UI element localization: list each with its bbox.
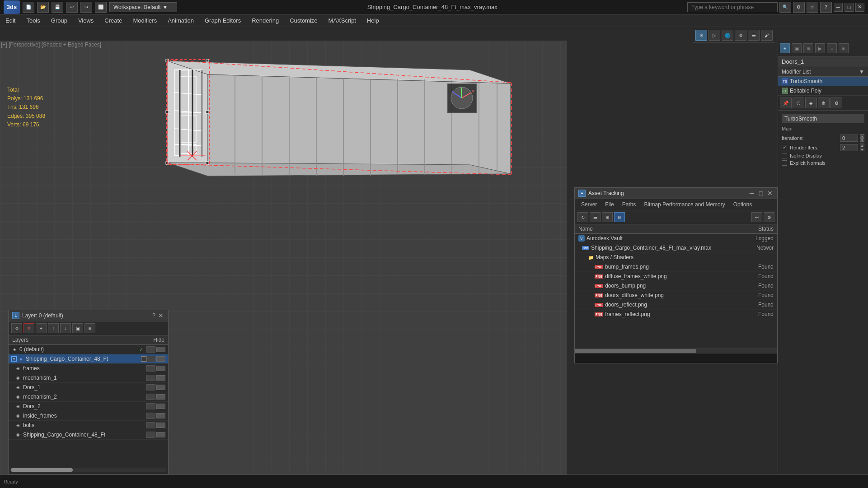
menu-create[interactable]: Create	[99, 15, 127, 26]
asset-row-bump-frames[interactable]: PNG bump_frames.png Found	[575, 262, 777, 272]
close-window-button[interactable]: ✕	[855, 3, 864, 12]
motion-panel-icon[interactable]: ▶	[815, 43, 825, 53]
isoline-checkbox[interactable]	[782, 153, 787, 158]
asset-row-diffuse-frames[interactable]: PNG diffuse_frames_white.png Found	[575, 272, 777, 281]
render-iters-checkbox[interactable]: ✓	[782, 145, 787, 150]
menu-animation[interactable]: Animation	[162, 15, 199, 26]
asset-settings-icon[interactable]: ⚙	[764, 212, 774, 222]
asset-scrollbar[interactable]	[575, 349, 777, 353]
make-unique-icon[interactable]: ◈	[805, 98, 817, 108]
menu-customize[interactable]: Customize	[284, 15, 323, 26]
layer-row-dors1[interactable]: ◉ Dors_1	[9, 383, 168, 392]
layers-move-up-icon[interactable]: ↑	[48, 323, 59, 333]
remove-modifier-icon[interactable]: 🗑	[818, 98, 830, 108]
asset-table-icon[interactable]: ⊟	[614, 212, 625, 222]
menu-graph-editors[interactable]: Graph Editors	[199, 15, 246, 26]
asset-list-icon[interactable]: ☰	[590, 212, 601, 222]
layer-hide-frames[interactable]	[146, 365, 155, 372]
asset-close-button[interactable]: ✕	[766, 190, 774, 197]
menu-maxscript[interactable]: MAXScript	[323, 15, 361, 26]
layer-hide-mechanism2[interactable]	[146, 394, 155, 400]
asset-menu-options[interactable]: Options	[730, 200, 755, 209]
explicit-normals-checkbox[interactable]	[782, 160, 787, 166]
layer-hide-dors2[interactable]	[146, 403, 155, 409]
asset-row-doors-bump[interactable]: PNG doors_bump.png Found	[575, 281, 777, 291]
layer-row-frames[interactable]: ◉ frames	[9, 364, 168, 373]
modifier-entry-editablepoly[interactable]: EP Editable Poly	[778, 86, 868, 96]
render-iters-down-button[interactable]: ▼	[860, 148, 864, 151]
asset-refresh-icon[interactable]: ↻	[577, 212, 588, 222]
layer-hide-inside-frames[interactable]	[146, 413, 155, 419]
object-name-field[interactable]: Doors_1	[778, 56, 868, 67]
render-frame-icon[interactable]: ▷	[708, 30, 720, 41]
redo-icon[interactable]: ↪	[80, 2, 92, 13]
layers-settings-icon[interactable]: ⚙	[11, 323, 22, 333]
layers-help-button[interactable]: ?	[152, 312, 155, 319]
render-more-icon[interactable]: ☰	[748, 30, 760, 41]
layers-all-icon[interactable]: ≡	[84, 323, 95, 333]
layer-hide-mechanism1[interactable]	[146, 375, 155, 381]
settings-icon[interactable]: ⚙	[793, 2, 805, 13]
asset-expand-icon[interactable]: ⊞	[602, 212, 613, 222]
layers-scrollbar[interactable]	[10, 468, 166, 472]
layer-hide-default[interactable]	[146, 346, 155, 353]
layer-row-dors2[interactable]: ◉ Dors_2	[9, 402, 168, 411]
layer-hide-shipping2[interactable]	[146, 432, 155, 438]
paint-icon[interactable]: 🖌	[761, 30, 773, 41]
layers-add-icon[interactable]: +	[36, 323, 47, 333]
new-file-icon[interactable]: 📄	[23, 2, 34, 13]
utility-panel-icon[interactable]: ≡	[839, 43, 849, 53]
layer-hide-dors1[interactable]	[146, 384, 155, 390]
menu-modifiers[interactable]: Modifiers	[127, 15, 162, 26]
open-file-icon[interactable]: 📂	[37, 2, 49, 13]
layer-hide-bolts[interactable]	[146, 422, 155, 428]
menu-views[interactable]: Views	[73, 15, 99, 26]
asset-minimize-button[interactable]: ─	[748, 190, 755, 197]
render-environment-icon[interactable]: 🌐	[722, 30, 733, 41]
asset-row-max-file[interactable]: 3ds Shipping_Cargo_Container_48_Ft_max_v…	[575, 243, 777, 253]
asset-maximize-button[interactable]: □	[757, 190, 765, 197]
layer-box-shipping[interactable]	[141, 356, 146, 362]
layer-expand-shipping[interactable]: ▼	[11, 356, 17, 362]
layer-row-mechanism1[interactable]: ◉ mechanism_1	[9, 373, 168, 383]
asset-menu-paths[interactable]: Paths	[619, 200, 640, 209]
modifier-entry-turbosmooth[interactable]: TS TurboSmooth	[778, 77, 868, 86]
iterations-value[interactable]: 0	[840, 135, 858, 142]
layer-row-shipping2[interactable]: ◉ Shipping_Cargo_Container_48_Ft	[9, 430, 168, 440]
asset-scrollbar-thumb[interactable]	[575, 349, 696, 353]
layer-row-inside-frames[interactable]: ◉ inside_frames	[9, 411, 168, 421]
render-effects-icon[interactable]: ⚙	[735, 30, 746, 41]
hierarchy-panel-icon[interactable]: ⊕	[803, 43, 813, 53]
create-panel-icon[interactable]: +	[780, 43, 790, 53]
layer-row-bolts[interactable]: ◉ bolts	[9, 421, 168, 430]
menu-edit[interactable]: Edit	[0, 15, 21, 26]
layers-move-down-icon[interactable]: ↓	[60, 323, 71, 333]
layer-row-shipping[interactable]: ▼ ◈ Shipping_Cargo_Container_48_Ft	[9, 354, 168, 364]
asset-menu-server[interactable]: Server	[577, 200, 601, 209]
render-iters-up-button[interactable]: ▲	[860, 144, 864, 147]
maximize-window-button[interactable]: □	[845, 3, 854, 12]
search-icon[interactable]: 🔍	[779, 2, 791, 13]
layer-row-mechanism2[interactable]: ◉ mechanism_2	[9, 392, 168, 402]
save-file-icon[interactable]: 💾	[52, 2, 63, 13]
show-end-result-icon[interactable]: ⬡	[793, 98, 804, 108]
asset-row-maps[interactable]: 📁 Maps / Shaders	[575, 253, 777, 262]
layers-scrollbar-thumb[interactable]	[11, 468, 73, 472]
workspace-dropdown[interactable]: Workspace: Default ▼	[109, 2, 177, 12]
display-panel-icon[interactable]: ○	[827, 43, 837, 53]
asset-menu-bitmap-perf[interactable]: Bitmap Performance and Memory	[640, 200, 728, 209]
layer-row-default[interactable]: ◈ 0 (default) ✓	[9, 345, 168, 354]
asset-row-doors-reflect[interactable]: PNG doors_reflect.png Found	[575, 300, 777, 310]
favorite-icon[interactable]: ☆	[807, 2, 818, 13]
iterations-up-button[interactable]: ▲	[860, 134, 864, 138]
asset-row-doors-diffuse[interactable]: PNG doors_diffuse_white.png Found	[575, 291, 777, 300]
help-icon[interactable]: ?	[820, 2, 832, 13]
asset-row-frames-reflect[interactable]: PNG frames_reflect.png Found	[575, 310, 777, 319]
layers-delete-icon[interactable]: ✕	[23, 323, 34, 333]
minimize-window-button[interactable]: ─	[834, 3, 843, 12]
asset-row-vault[interactable]: V Autodesk Vault Logged	[575, 234, 777, 243]
asset-menu-file[interactable]: File	[601, 200, 617, 209]
menu-rendering[interactable]: Rendering	[246, 15, 284, 26]
asset-reload-icon[interactable]: ↩	[751, 212, 762, 222]
search-input[interactable]	[687, 2, 778, 12]
